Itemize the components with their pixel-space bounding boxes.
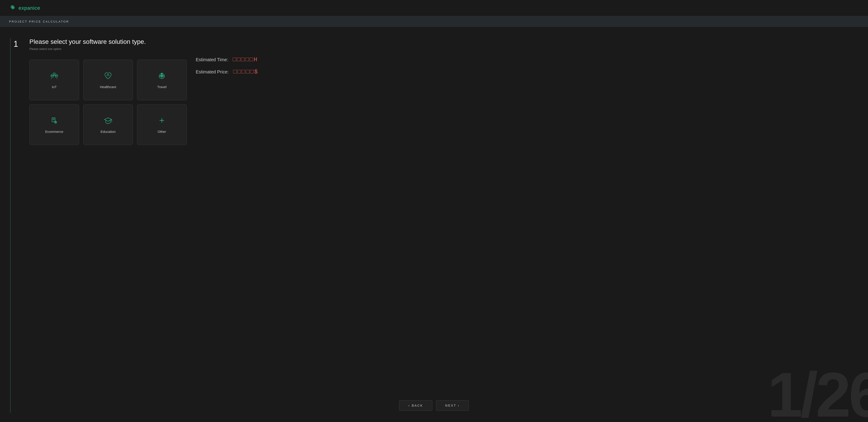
option-card-ecommerce[interactable]: Ecommerce [29,104,79,145]
bg-step-counter: 1/26 [767,363,868,422]
navbar: PROJECT PRICE CALCULATOR [0,16,868,27]
step-number: 1 [13,39,23,413]
main-content: 1 Please select your software solution t… [0,27,868,422]
option-card-iot[interactable]: IoT [29,60,79,100]
bottom-nav: ‹ BACK NEXT › [395,396,473,415]
healthcare-label: Healthcare [100,85,116,89]
education-label: Education [101,130,116,133]
option-card-education[interactable]: Education [83,104,133,145]
left-section: 1 Please select your software solution t… [13,38,187,413]
question-title: Please select your software solution typ… [29,38,187,45]
option-card-travel[interactable]: Travel [137,60,187,100]
content-area: Please select your software solution typ… [29,38,187,413]
iot-icon [50,71,59,81]
estimated-time-value: □□□□□H [232,56,258,63]
estimated-price-value: □□□□□$ [233,68,258,75]
estimated-time-row: Estimated Time: □□□□□H [196,56,264,63]
navbar-title: PROJECT PRICE CALCULATOR [9,20,69,23]
estimated-time-label: Estimated Time: [196,57,228,62]
back-button[interactable]: ‹ BACK [399,400,432,411]
logo-text: expanice [19,5,40,11]
iot-label: IoT [52,85,57,89]
estimated-price-label: Estimated Price: [196,69,229,74]
step-line [10,38,11,413]
ecommerce-label: Ecommerce [45,130,63,133]
other-label: Other [158,130,166,133]
ecommerce-icon [50,116,59,126]
travel-icon [157,71,166,81]
logo-icon [9,4,16,12]
healthcare-icon [103,71,113,81]
option-card-other[interactable]: Other [137,104,187,145]
estimated-price-row: Estimated Price: □□□□□$ [196,68,264,75]
right-panel: Estimated Time: □□□□□H Estimated Price: … [187,52,273,413]
svg-rect-2 [53,73,55,75]
other-icon [157,116,166,126]
cards-grid: IoT Healthcare [29,60,187,145]
header: expanice [0,0,868,16]
education-icon [103,116,113,126]
next-button[interactable]: NEXT › [436,400,469,411]
option-card-healthcare[interactable]: Healthcare [83,60,133,100]
logo: expanice [9,4,40,12]
question-subtitle: Please select one option [29,47,187,51]
svg-marker-16 [104,118,112,121]
travel-label: Travel [157,85,166,89]
